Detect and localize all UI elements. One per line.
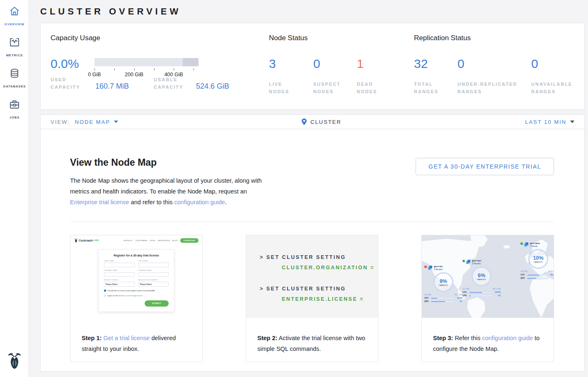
chevron-down-icon[interactable] [114, 121, 118, 123]
locality-badge-ams: geo=ams 1 Node 10% CAPACITY 3.6 GiB36.6 … [520, 242, 554, 279]
gauge-tick [154, 68, 155, 70]
under-replicated-ranges-label: UNDER-REPLICATED RANGES [457, 80, 526, 95]
nav-item: DOCS [150, 239, 155, 242]
gauge-segment-usable [94, 58, 183, 66]
configuration-guide-link[interactable]: configuration guide [174, 199, 225, 205]
sidebar-item-label: METRICS [6, 53, 23, 57]
field-label: COMPANY EMAIL [138, 270, 169, 271]
checkbox-empty-icon [104, 295, 106, 297]
under-replicated-ranges-cell: 0 UNDER-REPLICATED RANGES [457, 42, 531, 95]
configuration-guide-link[interactable]: configuration guide [482, 335, 533, 341]
replication-status-title: Replication Status [414, 34, 574, 42]
locality-name: geo=nyc [472, 259, 481, 262]
gauge-tick-label: 400 GiB [165, 72, 183, 77]
view-selector[interactable]: NODE MAP [75, 119, 110, 125]
node-map-preview: geo=sfo 2 Nodes 9% CAPACITY 3.2 GiB33.1 … [422, 235, 554, 318]
gauge-tick-label: 200 GiB [125, 72, 143, 77]
field-label: PROJECT PHASE [104, 279, 135, 281]
time-range-selector[interactable]: LAST 10 MIN [525, 119, 566, 125]
gauge-tick [194, 68, 194, 70]
chevron-down-icon[interactable] [570, 121, 574, 123]
sidebar-item-jobs[interactable]: JOBS [0, 93, 29, 124]
sidebar-item-metrics[interactable]: METRICS [0, 31, 29, 62]
briefcase-icon [9, 99, 20, 110]
step-label: Step 2: [257, 335, 277, 341]
nav-item: PRODUCT [123, 239, 133, 242]
gauge-tick [94, 68, 95, 70]
breadcrumb-cluster: CLUSTER [310, 119, 341, 125]
sidebar-item-overview[interactable]: OVERVIEW [0, 0, 29, 31]
home-icon [9, 6, 20, 17]
trial-registration-screenshot: Cockroach LABS PRODUCT CUSTOMERS DOCS RE… [70, 235, 202, 318]
node-count: 1 Node [530, 245, 540, 247]
gauge-segment-reserved [183, 58, 198, 66]
sql-setting: CLUSTER.ORGANIZATION = [282, 265, 378, 271]
node-cube-icon [428, 265, 433, 270]
status-dot-dead-icon [424, 266, 427, 268]
step-2-card: > SET CLUSTER SETTING CLUSTER.ORGANIZATI… [246, 235, 378, 362]
text-input [138, 272, 169, 277]
nav-item: CUSTOMERS [136, 239, 148, 242]
form-title: Register for a 30-day trial license [104, 254, 169, 257]
total-ranges-value: 32 [414, 57, 457, 70]
map-pin-icon [302, 118, 307, 125]
submit-button: SUBMIT [145, 300, 169, 307]
enterprise-trial-button[interactable]: GET A 30-DAY ENTERPRISE TRIAL [416, 158, 554, 175]
database-icon [9, 68, 20, 79]
checkbox-checked-icon [104, 290, 106, 292]
suspect-nodes-cell: 0 SUSPECT NODES [313, 42, 357, 95]
text-input [138, 263, 169, 267]
field-label: FIRST NAME [104, 260, 135, 262]
node-map-panel: View the Node Map The Node Map shows the… [40, 129, 585, 372]
capacity-percent: 0.0% [51, 57, 94, 70]
description-text: . [225, 199, 227, 205]
capacity-gauge: 0 GiB 200 GiB 400 GiB [94, 58, 198, 70]
view-label: VIEW: [51, 119, 70, 125]
node-cube-icon [466, 259, 471, 264]
nav-item: BLOG [172, 239, 178, 242]
brand-suffix-text: LABS [93, 239, 99, 242]
dead-nodes-label: DEAD NODES [357, 80, 390, 95]
node-count: 2 Nodes [434, 268, 443, 271]
metrics-chart-icon [9, 37, 20, 48]
sql-commands-preview: > SET CLUSTER SETTING CLUSTER.ORGANIZATI… [246, 235, 378, 318]
used-capacity-value: 160.7 MiB [95, 82, 154, 91]
unavailable-ranges-label: UNAVAILABLE RANGES [531, 80, 574, 95]
get-trial-license-link[interactable]: Get a trial license [103, 335, 150, 341]
sidebar-item-databases[interactable]: DATABASES [0, 62, 29, 93]
gauge-tick [114, 68, 115, 70]
brand-text: Cockroach [79, 239, 93, 242]
description-text: The Node Map shows the geographical layo… [70, 177, 262, 195]
cockroach-labs-logo: Cockroach LABS [74, 238, 99, 243]
sidebar-item-label: JOBS [10, 116, 19, 119]
capacity-ring: 9% CAPACITY [433, 272, 453, 292]
step-3-card: geo=sfo 2 Nodes 9% CAPACITY 3.2 GiB33.1 … [421, 235, 554, 362]
usable-capacity-value: 524.6 GiB [196, 82, 229, 91]
live-nodes-value: 3 [269, 57, 313, 70]
breadcrumb: CLUSTER [302, 118, 341, 125]
live-nodes-label: LIVE NODES [269, 80, 302, 95]
description-text: and refer to this [129, 199, 174, 205]
step-3-caption: Step 3: Refer this configuration guide t… [422, 318, 554, 354]
text-input [104, 263, 135, 267]
capacity-usage-section: Capacity Usage 0.0% 0 GiB 200 GiB [51, 34, 269, 109]
dead-nodes-cell: 1 DEAD NODES [357, 42, 414, 95]
capacity-ring: 10% CAPACITY [528, 249, 548, 269]
capacity-usage-title: Capacity Usage [51, 34, 269, 42]
select-input: Please Select [138, 282, 169, 287]
field-label: COMPANY NAME [104, 270, 135, 271]
checkbox-label: I agree to the Software License Agreemen… [107, 295, 143, 297]
enterprise-trial-license-link[interactable]: Enterprise trial license [70, 199, 129, 205]
unavailable-ranges-value: 0 [531, 57, 574, 70]
sidebar-item-label: OVERVIEW [5, 22, 24, 26]
replication-status-section: Replication Status 32 TOTAL RANGES 0 UND… [414, 34, 574, 109]
node-status-title: Node Status [269, 34, 414, 42]
cockroachdb-logo-icon [7, 352, 22, 371]
node-cube-icon [524, 242, 529, 247]
suspect-nodes-label: SUSPECT NODES [313, 80, 346, 95]
mini-site-nav: PRODUCT CUSTOMERS DOCS RESOURCES BLOG DO… [123, 238, 198, 243]
node-status-section: Node Status 3 LIVE NODES 0 SUSPECT NODES… [269, 34, 414, 109]
sql-setting: ENTERPRISE.LICENSE = [282, 296, 378, 302]
step-label: Step 3: [433, 335, 453, 341]
locality-badge-nyc: geo=nyc 2 Nodes 6% CAPACITY 3.7 GiB43.7 … [462, 259, 501, 297]
